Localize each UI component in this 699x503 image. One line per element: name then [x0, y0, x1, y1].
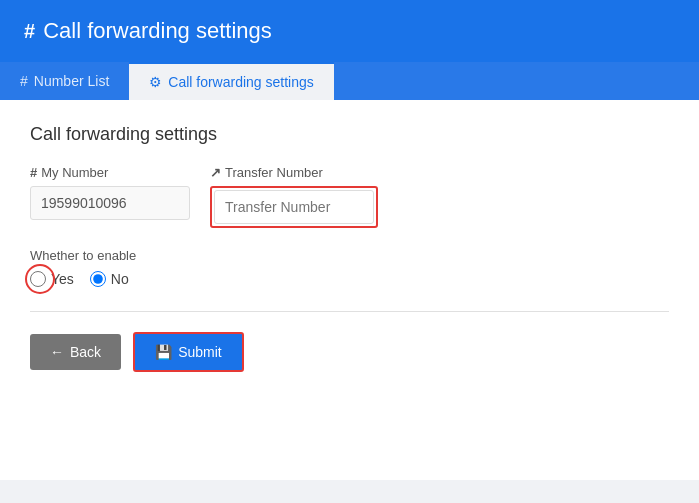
transfer-number-field: ↗ Transfer Number: [210, 165, 378, 228]
number-list-tab-icon: #: [20, 73, 28, 89]
tab-bar: # Number List ⚙ Call forwarding settings: [0, 62, 699, 100]
transfer-number-icon: ↗: [210, 165, 221, 180]
header-hash-icon: #: [24, 20, 35, 43]
tab-call-forwarding[interactable]: ⚙ Call forwarding settings: [129, 62, 334, 100]
my-number-label: # My Number: [30, 165, 190, 180]
no-radio-input[interactable]: [90, 271, 106, 287]
main-content: Call forwarding settings # My Number ↗ T…: [0, 100, 699, 480]
transfer-number-label-text: Transfer Number: [225, 165, 323, 180]
number-list-tab-label: Number List: [34, 73, 109, 89]
radio-group: Yes No: [30, 271, 669, 287]
form-section-title: Call forwarding settings: [30, 124, 669, 145]
page-title: Call forwarding settings: [43, 18, 272, 44]
enable-section: Whether to enable Yes No: [30, 248, 669, 287]
yes-radio-input[interactable]: [30, 271, 46, 287]
call-forwarding-tab-icon: ⚙: [149, 74, 162, 90]
yes-radio-option[interactable]: Yes: [30, 271, 74, 287]
form-fields-row: # My Number ↗ Transfer Number: [30, 165, 669, 228]
form-divider: [30, 311, 669, 312]
enable-label: Whether to enable: [30, 248, 669, 263]
submit-button[interactable]: 💾 Submit: [133, 332, 244, 372]
button-row: ← Back 💾 Submit: [30, 332, 669, 372]
my-number-label-text: My Number: [41, 165, 108, 180]
call-forwarding-tab-label: Call forwarding settings: [168, 74, 314, 90]
no-label: No: [111, 271, 129, 287]
my-number-field: # My Number: [30, 165, 190, 220]
back-button[interactable]: ← Back: [30, 334, 121, 370]
transfer-number-input[interactable]: [214, 190, 374, 224]
yes-label: Yes: [51, 271, 74, 287]
back-label: Back: [70, 344, 101, 360]
no-radio-option[interactable]: No: [90, 271, 129, 287]
top-header: # Call forwarding settings: [0, 0, 699, 62]
submit-label: Submit: [178, 344, 222, 360]
transfer-number-wrapper: [210, 186, 378, 228]
yes-radio-wrapper: Yes: [30, 271, 74, 287]
tab-number-list[interactable]: # Number List: [0, 62, 129, 100]
my-number-input[interactable]: [30, 186, 190, 220]
transfer-number-label: ↗ Transfer Number: [210, 165, 378, 180]
my-number-hash-icon: #: [30, 165, 37, 180]
back-icon: ←: [50, 344, 64, 360]
submit-icon: 💾: [155, 344, 172, 360]
